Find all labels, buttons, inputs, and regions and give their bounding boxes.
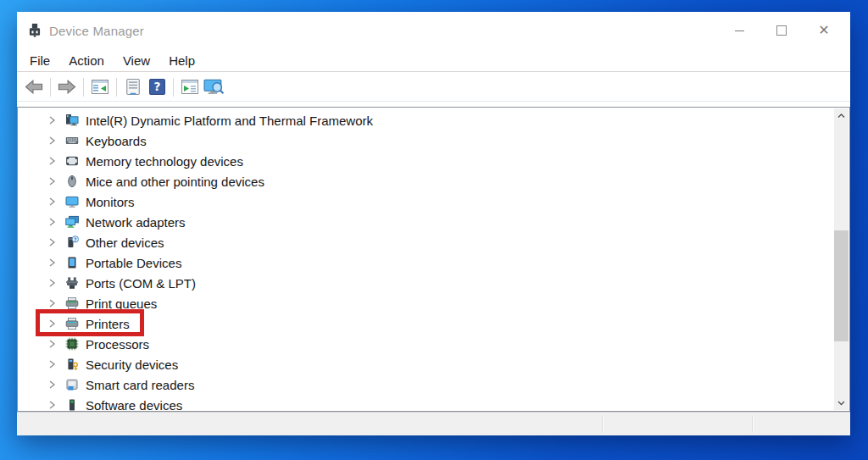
tree-item-label: Security devices — [86, 357, 178, 372]
expand-chevron-icon[interactable] — [47, 278, 57, 288]
tree-item-label: Memory technology devices — [86, 154, 243, 169]
expand-chevron-icon[interactable] — [47, 197, 57, 207]
menu-help[interactable]: Help — [159, 53, 204, 68]
tree-item-mice-and-other-pointing-devices[interactable]: Mice and other pointing devices — [18, 171, 834, 191]
expand-chevron-icon[interactable] — [47, 217, 57, 227]
device-tree: Intel(R) Dynamic Platform and Thermal Fr… — [18, 110, 834, 412]
device-manager-plug-icon — [27, 23, 42, 38]
printer-icon — [65, 317, 79, 330]
tree-item-label: Processors — [86, 337, 149, 352]
processor-icon — [65, 337, 79, 351]
scan-hardware-icon — [203, 79, 225, 96]
scroll-down-icon[interactable] — [834, 396, 849, 410]
toolbar-separator — [83, 78, 84, 97]
keyboard-icon — [65, 134, 79, 147]
toolbar-separator — [116, 78, 117, 97]
tree-item-label: Intel(R) Dynamic Platform and Thermal Fr… — [86, 114, 373, 128]
ports-icon — [65, 276, 79, 290]
tree-item-label: Portable Devices — [86, 256, 181, 270]
expand-chevron-icon[interactable] — [47, 319, 57, 329]
vertical-scrollbar[interactable] — [834, 108, 849, 410]
unknown-device-icon: ? — [65, 236, 79, 249]
tree-item-label: Smart card readers — [86, 378, 194, 392]
console-tree-icon — [92, 80, 108, 94]
tree-item-memory-technology-devices[interactable]: Memory technology devices — [18, 151, 834, 171]
close-button[interactable]: ✕ — [803, 17, 845, 44]
tree-item-label: Monitors — [86, 195, 135, 209]
tree-item-label: Print queues — [86, 297, 157, 311]
title-bar[interactable]: Device Manager ✕ — [17, 12, 850, 49]
back-button[interactable] — [22, 76, 46, 98]
minimize-icon — [735, 30, 744, 31]
back-arrow-icon — [25, 80, 43, 94]
close-icon: ✕ — [818, 24, 829, 37]
menu-file[interactable]: File — [20, 53, 59, 68]
menu-bar: FileActionViewHelp — [17, 49, 850, 72]
mouse-icon — [65, 175, 79, 188]
maximize-button[interactable] — [760, 17, 803, 44]
tree-item-processors[interactable]: Processors — [18, 334, 834, 354]
tree-item-label: Software devices — [86, 398, 182, 413]
device-tree-panel: Intel(R) Dynamic Platform and Thermal Fr… — [17, 107, 850, 412]
tree-item-smart-card-readers[interactable]: Smart card readers — [18, 374, 834, 395]
menu-view[interactable]: View — [114, 53, 159, 68]
window-title: Device Manager — [49, 24, 144, 38]
expand-chevron-icon[interactable] — [47, 339, 57, 349]
expand-chevron-icon[interactable] — [47, 258, 57, 268]
tree-item-software-devices[interactable]: Software devices — [18, 395, 834, 412]
network-adapter-icon — [65, 215, 79, 229]
tree-item-intel-r-dynamic-platform-and-thermal-framework[interactable]: Intel(R) Dynamic Platform and Thermal Fr… — [18, 110, 834, 130]
window-controls: ✕ — [718, 12, 845, 49]
tree-item-keyboards[interactable]: Keyboards — [18, 130, 834, 151]
toolbar-separator — [50, 78, 51, 97]
memory-card-icon — [65, 154, 79, 168]
minimize-button[interactable] — [718, 17, 760, 44]
expand-chevron-icon[interactable] — [47, 380, 57, 390]
print-queue-icon — [65, 297, 79, 310]
expand-chevron-icon[interactable] — [47, 115, 57, 125]
help-button[interactable]: ? — [145, 76, 169, 98]
svg-text:?: ? — [74, 236, 77, 242]
svg-text:?: ? — [153, 80, 160, 93]
tree-item-network-adapters[interactable]: Network adapters — [18, 212, 834, 232]
expand-chevron-icon[interactable] — [47, 136, 57, 146]
tree-item-label: Ports (COM & LPT) — [86, 276, 196, 291]
software-device-icon — [65, 398, 79, 412]
help-icon: ? — [149, 79, 165, 95]
desktop: { "window": { "title": "Device Manager",… — [0, 0, 868, 460]
expand-chevron-icon[interactable] — [47, 237, 57, 247]
scan-hardware-changes-button[interactable] — [202, 76, 225, 98]
expand-chevron-icon[interactable] — [47, 400, 57, 410]
smart-card-reader-icon — [65, 378, 79, 391]
tree-item-label: Mice and other pointing devices — [86, 175, 264, 189]
menu-action[interactable]: Action — [59, 53, 114, 68]
tree-item-ports-com-lpt[interactable]: Ports (COM & LPT) — [18, 273, 834, 293]
tree-item-label: Printers — [86, 317, 130, 331]
maximize-icon — [776, 25, 787, 36]
scrollbar-thumb[interactable] — [834, 230, 849, 341]
tree-item-print-queues[interactable]: Print queues — [18, 293, 834, 313]
security-device-icon — [65, 357, 79, 371]
properties-icon — [125, 79, 141, 95]
tree-item-monitors[interactable]: Monitors — [18, 191, 834, 212]
forward-button[interactable] — [55, 76, 79, 98]
expand-chevron-icon[interactable] — [47, 298, 57, 308]
tree-item-other-devices[interactable]: ?Other devices — [18, 232, 834, 252]
statusbar-divider — [752, 415, 754, 433]
toolbar-separator — [173, 78, 174, 97]
tree-item-printers[interactable]: Printers — [18, 313, 834, 334]
properties-button[interactable] — [121, 76, 145, 98]
tree-item-security-devices[interactable]: Security devices — [18, 354, 834, 374]
forward-arrow-icon — [58, 80, 76, 94]
expand-chevron-icon[interactable] — [47, 359, 57, 369]
action-pane-button[interactable] — [178, 76, 202, 98]
action-pane-icon — [181, 80, 198, 94]
toolbar: ? — [17, 73, 850, 102]
tree-item-label: Keyboards — [86, 134, 147, 148]
expand-chevron-icon[interactable] — [47, 176, 57, 186]
show-console-tree-button[interactable] — [88, 76, 112, 98]
portable-device-icon — [65, 256, 79, 269]
scroll-up-icon[interactable] — [834, 108, 849, 123]
tree-item-portable-devices[interactable]: Portable Devices — [18, 252, 834, 273]
expand-chevron-icon[interactable] — [47, 156, 57, 166]
